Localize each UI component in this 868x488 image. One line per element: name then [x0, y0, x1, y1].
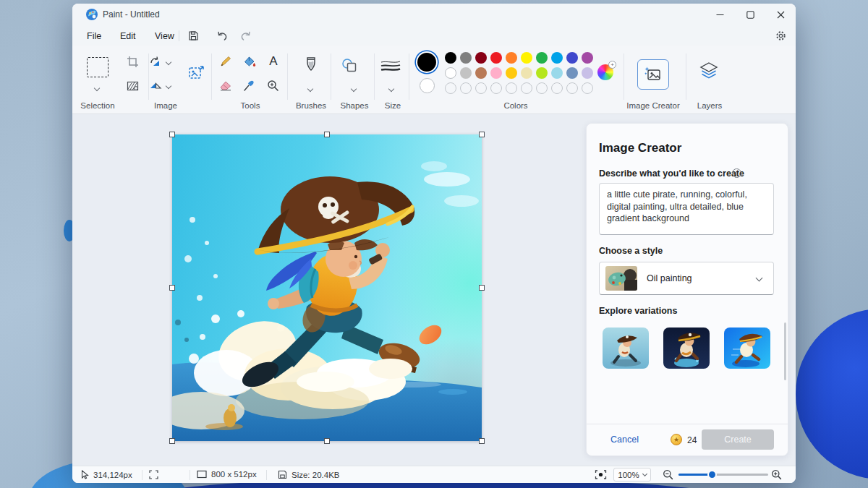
chevron-down-icon[interactable] [166, 83, 171, 89]
color-swatch[interactable] [490, 52, 502, 64]
zoom-in-icon [771, 469, 782, 480]
zoom-level-dropdown[interactable]: 100% [613, 468, 651, 481]
close-button[interactable] [765, 4, 796, 25]
zoom-slider-thumb[interactable] [707, 470, 717, 479]
resize-handle-bottom-middle[interactable] [324, 438, 330, 444]
color-swatch[interactable] [536, 52, 548, 64]
menu-file[interactable]: File [81, 29, 107, 43]
selection-tool[interactable] [87, 57, 109, 77]
chevron-down-icon[interactable] [94, 85, 100, 91]
variations-label: Explore variations [599, 306, 677, 316]
size-button[interactable] [380, 60, 401, 73]
color-swatch[interactable] [460, 52, 472, 64]
color-swatch[interactable] [582, 67, 593, 79]
fit-to-screen-button[interactable] [595, 470, 607, 479]
selection-size-icon [149, 470, 158, 479]
crop-button[interactable] [127, 56, 139, 68]
canvas-image[interactable] [172, 134, 482, 441]
empty-color-slot[interactable] [445, 82, 456, 94]
resize-handle-bottom-right[interactable] [479, 438, 485, 444]
group-label-size: Size [360, 101, 425, 110]
foreground-color[interactable] [417, 53, 436, 72]
settings-button[interactable] [774, 30, 787, 42]
color-swatch[interactable] [445, 67, 456, 79]
chevron-down-icon[interactable] [388, 86, 394, 92]
resize-handle-bottom-left[interactable] [169, 438, 175, 444]
rotate-button[interactable] [149, 56, 162, 67]
empty-color-slot[interactable] [506, 82, 517, 94]
titlebar[interactable]: Paint - Untitled [72, 4, 796, 25]
color-swatch[interactable] [475, 52, 487, 64]
maximize-button[interactable] [735, 4, 765, 25]
empty-color-slot[interactable] [490, 82, 502, 94]
chevron-down-icon[interactable] [351, 86, 357, 92]
color-swatch[interactable] [582, 52, 593, 64]
shapes-button[interactable] [341, 58, 358, 74]
color-swatch[interactable] [506, 52, 517, 64]
empty-color-slot[interactable] [536, 82, 548, 94]
zoom-out-button[interactable] [663, 469, 673, 480]
resize-handle-right-middle[interactable] [479, 285, 485, 291]
menubar-divider [179, 30, 179, 41]
undo-button[interactable] [216, 30, 229, 42]
info-icon[interactable]: i [732, 168, 741, 178]
color-swatch[interactable] [490, 67, 502, 79]
eraser-tool[interactable] [219, 80, 232, 91]
menu-view[interactable]: View [149, 29, 180, 43]
color-swatch[interactable] [506, 67, 517, 79]
cancel-button[interactable]: Cancel [610, 435, 639, 445]
empty-color-slot[interactable] [521, 82, 532, 94]
chevron-down-icon[interactable] [166, 59, 171, 65]
pencil-tool[interactable] [219, 56, 231, 68]
resize-handle-top-middle[interactable] [324, 132, 330, 137]
empty-color-slot[interactable] [582, 82, 593, 94]
create-button[interactable]: Create [702, 429, 774, 450]
menubar: File Edit View [72, 25, 796, 46]
empty-color-slot[interactable] [551, 82, 563, 94]
eyedropper-tool[interactable] [243, 80, 255, 92]
fill-tool[interactable] [243, 56, 256, 68]
color-swatch[interactable] [566, 67, 578, 79]
color-swatch[interactable] [445, 52, 456, 64]
empty-color-slot[interactable] [566, 82, 578, 94]
save-button[interactable] [187, 30, 200, 42]
color-swatch[interactable] [460, 67, 472, 79]
variation-thumbnail-1[interactable] [603, 328, 649, 369]
menu-edit[interactable]: Edit [114, 29, 142, 43]
zoom-slider[interactable] [678, 474, 768, 476]
skew-button[interactable] [127, 80, 139, 92]
color-swatch[interactable] [551, 67, 563, 79]
flip-button[interactable] [149, 80, 162, 91]
text-tool[interactable]: A [267, 55, 280, 68]
zoom-in-button[interactable] [771, 469, 782, 480]
chevron-down-icon[interactable] [307, 86, 313, 92]
group-label-selection: Selection [72, 101, 130, 110]
image-creator-button[interactable] [637, 59, 669, 90]
panel-scrollbar[interactable] [784, 322, 786, 380]
background-color[interactable] [420, 78, 435, 93]
prompt-input[interactable]: a little cute pirate, running, colorful,… [599, 183, 774, 235]
resize-image-button[interactable] [188, 64, 205, 82]
empty-color-slot[interactable] [475, 82, 487, 94]
color-swatch[interactable] [566, 52, 578, 64]
color-swatch[interactable] [475, 67, 487, 79]
redo-button[interactable] [239, 30, 252, 42]
group-label-layers: Layers [677, 101, 742, 110]
color-swatch[interactable] [521, 52, 532, 64]
minimize-button[interactable] [705, 4, 735, 25]
brushes-button[interactable] [304, 56, 318, 75]
color-swatch[interactable] [521, 67, 532, 79]
variation-thumbnail-2[interactable] [663, 328, 710, 369]
zoom-level: 100% [618, 471, 639, 479]
ribbon-divider [686, 53, 686, 100]
resize-handle-left-middle[interactable] [169, 285, 175, 291]
resize-handle-top-right[interactable] [479, 132, 485, 137]
empty-color-slot[interactable] [460, 82, 472, 94]
variation-thumbnail-3[interactable] [724, 328, 770, 369]
magnifier-tool[interactable] [267, 80, 279, 92]
layers-button[interactable] [699, 61, 719, 80]
resize-handle-top-left[interactable] [169, 132, 175, 137]
color-swatch[interactable] [536, 67, 548, 79]
style-dropdown[interactable]: Oil painting [599, 262, 774, 295]
color-swatch[interactable] [551, 52, 563, 64]
